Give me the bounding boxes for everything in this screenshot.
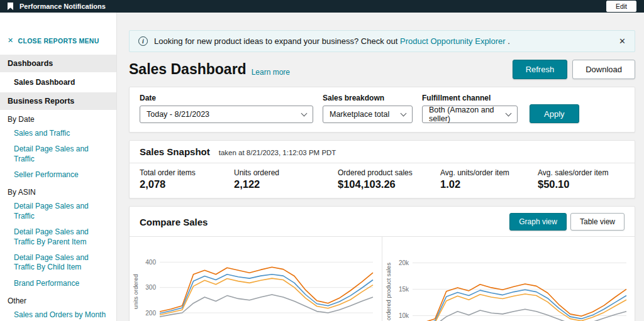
snapshot-stats: Total order items 2,078 Units ordered 2,… [130, 163, 635, 198]
close-reports-label: CLOSE REPORTS MENU [18, 37, 99, 45]
sidebar-group-other: Other [0, 291, 116, 307]
filters-card: Date Today - 8/21/2023 Sales breakdown M… [129, 87, 635, 133]
date-filter: Date Today - 8/21/2023 [140, 94, 313, 123]
sales-breakdown-label: Sales breakdown [323, 94, 413, 102]
compare-charts: units ordered 400300200 ordered product … [130, 236, 635, 321]
graph-view-button[interactable]: Graph view [509, 213, 567, 231]
sidebar-item-sales-and-traffic[interactable]: Sales and Traffic [0, 126, 116, 141]
sidebar-item-sales-and-orders-by-month[interactable]: Sales and Orders by Month [0, 307, 116, 321]
sidebar-group-by-asin: By ASIN [0, 183, 116, 199]
sales-snapshot-card: Sales Snapshot taken at 8/21/2023, 1:12:… [129, 140, 635, 199]
sidebar-item-seller-performance[interactable]: Seller Performance [0, 167, 116, 183]
bookmark-icon [8, 3, 13, 10]
stat-ordered-product-sales: Ordered product sales $104,103.26 [338, 168, 440, 190]
date-filter-label: Date [140, 94, 313, 102]
sidebar-group-by-date: By Date [0, 110, 116, 126]
reports-sidebar: ✕ CLOSE REPORTS MENU Dashboards Sales Da… [0, 13, 117, 321]
sales-snapshot-header: Sales Snapshot taken at 8/21/2023, 1:12:… [130, 141, 635, 163]
svg-text:200: 200 [145, 310, 156, 317]
sidebar-item-brand-performance[interactable]: Brand Performance [0, 276, 116, 291]
fulfillment-channel-filter: Fulfillment channel Both (Amazon and sel… [422, 94, 518, 123]
close-icon: ✕ [8, 36, 14, 45]
svg-text:20k: 20k [398, 259, 409, 266]
banner-text: Looking for new product ideas to expand … [154, 36, 510, 46]
stat-avg-sales-per-order-item: Avg. sales/order item $50.10 [538, 168, 609, 190]
compare-sales-title: Compare Sales [140, 217, 208, 227]
stat-units-ordered: Units ordered 2,122 [234, 168, 338, 190]
topbar-title: Performance Notifications [19, 3, 106, 10]
snapshot-timestamp: taken at 8/21/2023, 1:12:03 PM PDT [219, 149, 336, 156]
y-axis-label-units-ordered: units ordered [132, 244, 141, 321]
date-dropdown[interactable]: Today - 8/21/2023 [140, 106, 313, 123]
main-content: i Looking for new product ideas to expan… [117, 13, 644, 321]
view-toggle: Graph view Table view [509, 213, 625, 231]
edit-button[interactable]: Edit [606, 1, 636, 12]
top-bar: Performance Notifications Edit [0, 0, 644, 13]
fulfillment-channel-label: Fulfillment channel [422, 94, 518, 102]
compare-sales-card: Compare Sales Graph view Table view unit… [129, 206, 635, 321]
product-opportunity-explorer-link[interactable]: Product Opportunity Explorer [400, 36, 506, 46]
close-icon[interactable]: ✕ [619, 36, 626, 46]
svg-text:400: 400 [145, 259, 156, 266]
compare-sales-header: Compare Sales Graph view Table view [130, 213, 635, 236]
sales-breakdown-filter: Sales breakdown Marketplace total [323, 94, 413, 123]
ordered-product-sales-plot: 20k15k10k [394, 244, 631, 321]
info-icon: i [138, 36, 148, 46]
svg-text:300: 300 [145, 284, 156, 291]
chevron-down-icon [401, 110, 407, 116]
sidebar-item-detail-page-sales-and-traffic-asin[interactable]: Detail Page Sales and Traffic [0, 199, 116, 224]
units-ordered-plot: 400300200 [141, 244, 378, 321]
promo-banner: i Looking for new product ideas to expan… [129, 30, 635, 52]
apply-button[interactable]: Apply [530, 104, 579, 123]
stat-total-order-items: Total order items 2,078 [140, 168, 234, 190]
learn-more-link[interactable]: Learn more [252, 68, 290, 77]
chevron-down-icon [506, 110, 512, 116]
sidebar-item-detail-page-by-parent-item[interactable]: Detail Page Sales and Traffic By Parent … [0, 224, 116, 250]
ordered-product-sales-chart: ordered product sales 20k15k10k [382, 237, 635, 321]
sidebar-section-dashboards[interactable]: Dashboards [0, 55, 116, 72]
sales-breakdown-dropdown[interactable]: Marketplace total [323, 106, 413, 123]
units-ordered-chart: units ordered 400300200 [130, 237, 382, 321]
sales-snapshot-title: Sales Snapshot [140, 146, 210, 157]
fulfillment-channel-dropdown[interactable]: Both (Amazon and seller) [422, 106, 518, 123]
stat-avg-units-per-order-item: Avg. units/order item 1.02 [440, 168, 538, 190]
svg-text:10k: 10k [398, 312, 409, 319]
chevron-down-icon [301, 110, 308, 116]
sidebar-item-detail-page-sales-and-traffic-date[interactable]: Detail Page Sales and Traffic [0, 141, 116, 167]
table-view-button[interactable]: Table view [570, 213, 625, 231]
sidebar-item-sales-dashboard[interactable]: Sales Dashboard [0, 72, 116, 92]
refresh-button[interactable]: Refresh [513, 60, 568, 79]
close-reports-menu[interactable]: ✕ CLOSE REPORTS MENU [0, 13, 116, 55]
download-button[interactable]: Download [572, 60, 635, 79]
y-axis-label-ordered-product-sales: ordered product sales [385, 244, 394, 321]
sidebar-item-detail-page-by-child-item[interactable]: Detail Page Sales and Traffic By Child I… [0, 250, 116, 276]
sidebar-section-business-reports[interactable]: Business Reports [0, 92, 116, 110]
page-header: Sales Dashboard Learn more Refresh Downl… [129, 60, 635, 79]
page-title: Sales Dashboard [129, 61, 247, 78]
svg-text:15k: 15k [398, 286, 409, 293]
